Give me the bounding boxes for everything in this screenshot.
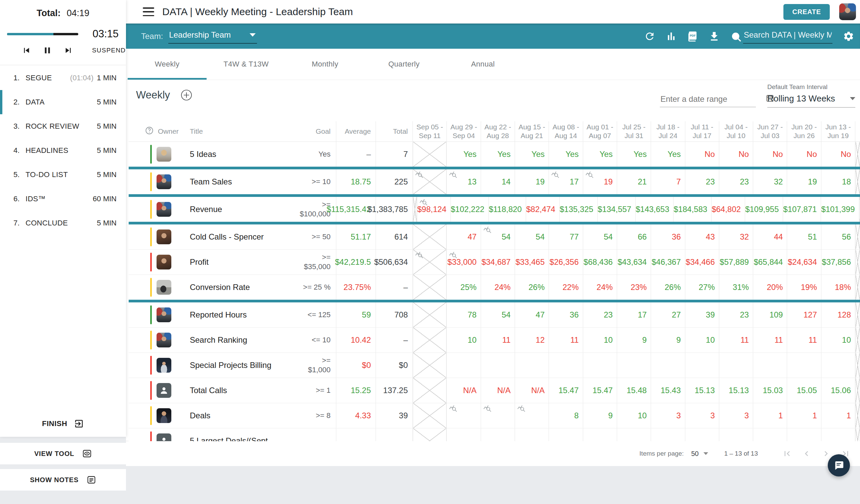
score-cell[interactable]: 24% xyxy=(583,275,617,300)
score-cell[interactable]: 47 xyxy=(515,302,548,327)
score-cell[interactable]: $68,436 xyxy=(583,250,617,274)
next-page-button[interactable] xyxy=(820,448,832,459)
trend-zoom-icon[interactable] xyxy=(551,170,560,179)
score-cell[interactable]: $34,687 xyxy=(481,250,515,274)
score-cell[interactable]: 54 xyxy=(481,225,515,249)
score-cell[interactable]: 10 xyxy=(617,403,651,428)
week-column-header[interactable]: Jul 11 -Jul 17 xyxy=(685,121,719,142)
score-cell[interactable]: No xyxy=(753,142,787,167)
score-cell[interactable]: Yes xyxy=(481,142,515,167)
week-column-header[interactable]: Sep 05 -Sep 11 xyxy=(413,121,446,142)
avatar[interactable] xyxy=(157,147,171,162)
title-cell[interactable]: Cold Calls - Spencer xyxy=(183,225,296,249)
score-cell[interactable]: 19 xyxy=(515,169,548,194)
score-cell[interactable] xyxy=(787,428,821,441)
score-cell[interactable]: 20% xyxy=(753,275,787,300)
table-row[interactable]: Conversion Rate>= 25 %23.75%–25%24%26%22… xyxy=(129,275,860,300)
help-icon[interactable] xyxy=(145,126,154,137)
score-cell[interactable] xyxy=(413,225,446,249)
score-cell[interactable]: 10 xyxy=(821,328,855,352)
score-cell[interactable] xyxy=(719,428,753,441)
score-cell[interactable]: 44 xyxy=(753,225,787,249)
avatar[interactable] xyxy=(157,230,171,244)
score-cell[interactable]: $107,871 xyxy=(783,197,821,222)
search-button[interactable] xyxy=(730,30,743,44)
avatar[interactable] xyxy=(157,433,171,441)
score-cell[interactable]: 26% xyxy=(515,275,548,300)
table-row[interactable]: 5 Largest Deals/(Sept xyxy=(129,428,860,441)
search-input[interactable] xyxy=(743,29,832,44)
score-cell[interactable]: 24% xyxy=(481,275,515,300)
score-cell[interactable]: 15.13 xyxy=(719,378,753,403)
score-cell[interactable]: 36 xyxy=(651,225,685,249)
score-cell[interactable]: 23 xyxy=(583,302,617,327)
title-cell[interactable]: 5 Ideas xyxy=(183,142,296,167)
tab-weekly[interactable]: Weekly xyxy=(128,49,206,80)
title-cell[interactable]: Search Ranking xyxy=(183,328,296,352)
avatar[interactable] xyxy=(157,202,171,217)
week-column-header[interactable]: Aug 22 -Aug 28 xyxy=(481,121,515,142)
score-cell[interactable]: 1 xyxy=(787,403,821,428)
score-cell[interactable]: Yes xyxy=(548,142,583,167)
tab-quarterly[interactable]: Quarterly xyxy=(364,49,443,80)
score-cell[interactable]: $109,955 xyxy=(745,197,783,222)
score-cell[interactable] xyxy=(413,250,446,274)
score-cell[interactable]: 27% xyxy=(685,275,719,300)
score-cell[interactable]: No xyxy=(685,142,719,167)
chart-button[interactable] xyxy=(664,30,678,43)
score-cell[interactable] xyxy=(617,353,651,378)
score-cell[interactable]: 32 xyxy=(753,169,787,194)
score-cell[interactable]: 11 xyxy=(481,328,515,352)
score-cell[interactable]: 25% xyxy=(446,275,481,300)
agenda-item-rock-review[interactable]: 3.ROCK REVIEW5 MIN xyxy=(0,114,126,139)
score-cell[interactable] xyxy=(481,428,515,441)
score-cell[interactable]: $82,474 xyxy=(526,197,559,222)
user-avatar[interactable] xyxy=(839,3,856,20)
trend-zoom-icon[interactable] xyxy=(517,404,526,413)
score-cell[interactable]: 11 xyxy=(787,328,821,352)
score-cell[interactable]: 13 xyxy=(446,169,481,194)
score-cell[interactable] xyxy=(446,353,481,378)
team-select[interactable]: Leadership Team xyxy=(168,29,257,44)
score-cell[interactable] xyxy=(413,142,446,167)
score-cell[interactable]: $24,634 xyxy=(787,250,821,274)
week-column-header[interactable]: Jul 04 -Jul 10 xyxy=(719,121,753,142)
score-cell[interactable]: No xyxy=(787,142,821,167)
score-cell[interactable]: 43 xyxy=(685,225,719,249)
table-row[interactable]: Special Projects Billing>= $1,000$0$0 xyxy=(129,353,860,378)
score-cell[interactable]: $143,653 xyxy=(635,197,673,222)
agenda-item-segue[interactable]: 1.SEGUE(01:04)1 MIN xyxy=(0,66,126,90)
avatar[interactable] xyxy=(157,333,171,347)
week-column-header[interactable]: Jun 13 -Jun 19 xyxy=(821,121,855,142)
score-cell[interactable]: 11 xyxy=(548,328,583,352)
trend-zoom-icon[interactable] xyxy=(449,251,458,259)
score-cell[interactable]: 31% xyxy=(719,275,753,300)
add-measurable-button[interactable] xyxy=(180,89,193,101)
table-row[interactable]: Search Ranking<= 1010.42–101112111099101… xyxy=(129,328,860,353)
score-cell[interactable] xyxy=(515,428,548,441)
score-cell[interactable]: 54 xyxy=(583,225,617,249)
title-cell[interactable]: Profit xyxy=(183,250,296,274)
score-cell[interactable]: 54 xyxy=(515,225,548,249)
score-cell[interactable]: 15.43 xyxy=(651,378,685,403)
table-row[interactable]: 5 IdeasYes–7YesYesYesYesYesYesYesNoNoNoN… xyxy=(129,142,860,167)
suspend-button[interactable]: SUSPEND xyxy=(92,47,126,54)
score-cell[interactable]: 15.06 xyxy=(821,378,855,403)
trend-zoom-icon[interactable] xyxy=(449,404,458,413)
score-cell[interactable]: 18% xyxy=(821,275,855,300)
score-cell[interactable]: Yes xyxy=(446,142,481,167)
items-per-page-select[interactable]: 50 xyxy=(691,450,708,458)
score-cell[interactable]: 3 xyxy=(719,403,753,428)
score-cell[interactable] xyxy=(548,428,583,441)
table-row[interactable]: Profit>= $35,000$42,219.5$506,634$33,000… xyxy=(129,250,860,275)
score-cell[interactable] xyxy=(685,428,719,441)
score-cell[interactable]: 21 xyxy=(617,169,651,194)
score-cell[interactable] xyxy=(719,353,753,378)
trend-zoom-icon[interactable] xyxy=(483,404,492,413)
score-cell[interactable] xyxy=(413,275,446,300)
table-row[interactable]: Team Sales>= 1018.7522513141917192172323… xyxy=(129,169,860,194)
score-cell[interactable]: Yes xyxy=(617,142,651,167)
score-cell[interactable]: 54 xyxy=(481,302,515,327)
score-cell[interactable]: 15.48 xyxy=(617,378,651,403)
score-cell[interactable] xyxy=(548,353,583,378)
